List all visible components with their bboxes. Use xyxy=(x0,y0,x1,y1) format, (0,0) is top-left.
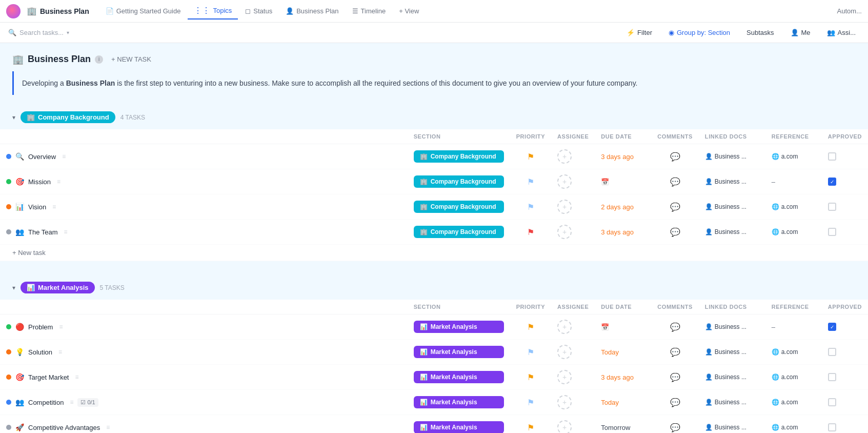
doc-icon: 📄 xyxy=(106,7,114,15)
menu-icon[interactable]: ≡ xyxy=(106,424,110,431)
assignee-avatar[interactable]: + xyxy=(557,149,572,164)
tab-add-view[interactable]: + View xyxy=(393,4,425,18)
me-button[interactable]: 👤 Me xyxy=(786,27,815,38)
tab-timeline[interactable]: ☰ Timeline xyxy=(346,4,392,18)
approved-checkbox[interactable]: ✓ xyxy=(828,323,836,331)
tab-topics[interactable]: ⋮⋮ Topics xyxy=(188,3,238,19)
assignee-avatar[interactable]: + xyxy=(557,200,572,214)
section-pill-icon: 🏢 xyxy=(420,203,428,210)
task-name-label[interactable]: Mission xyxy=(28,178,51,186)
approved-checkbox[interactable] xyxy=(828,423,836,431)
reference-link[interactable]: 🌐 a.com xyxy=(772,228,816,235)
section-header-market-analysis[interactable]: ▾ 📊 Market Analysis 5 TASKS xyxy=(0,275,868,300)
tab-getting-started[interactable]: 📄 Getting Started Guide xyxy=(99,4,187,18)
comment-icon[interactable]: 💬 xyxy=(670,152,680,161)
reference-dash: – xyxy=(772,323,775,331)
task-name-cell-overview: 🔍 Overview ≡ xyxy=(6,152,401,161)
project-icon: 🏢 xyxy=(27,6,37,16)
comment-icon[interactable]: 💬 xyxy=(670,348,680,357)
approved-checkbox[interactable]: ✓ xyxy=(828,178,836,186)
assignee-avatar[interactable]: + xyxy=(557,420,572,433)
new-task-button[interactable]: + NEW TASK xyxy=(107,53,155,65)
info-icon[interactable]: i xyxy=(95,55,103,64)
comment-icon[interactable]: 💬 xyxy=(670,203,680,211)
page-title: 🏢 Business Plan xyxy=(12,54,91,65)
filter-button[interactable]: ⚡ Filter xyxy=(622,27,656,38)
task-color-dot xyxy=(6,425,11,430)
reference-link[interactable]: 🌐 a.com xyxy=(772,424,816,431)
menu-icon[interactable]: ≡ xyxy=(62,153,66,160)
section-pill: 🏢 Company Background xyxy=(414,226,504,238)
task-name-label[interactable]: Overview xyxy=(28,153,56,161)
linked-doc[interactable]: 👤 Business ... xyxy=(705,203,759,210)
linked-doc[interactable]: 👤 Business ... xyxy=(705,228,759,235)
globe-icon: 🌐 xyxy=(772,348,779,356)
task-name-label[interactable]: Problem xyxy=(28,323,53,331)
comment-icon[interactable]: 💬 xyxy=(670,228,680,237)
group-by-button[interactable]: ◉ Group by: Section xyxy=(664,27,734,38)
task-name-label[interactable]: Target Market xyxy=(28,373,69,381)
task-name-label[interactable]: Competition xyxy=(28,399,64,406)
search-icon: 🔍 xyxy=(15,152,24,161)
reference-link[interactable]: 🌐 a.com xyxy=(772,153,816,160)
linked-doc[interactable]: 👤 Business ... xyxy=(705,178,759,185)
menu-icon[interactable]: ≡ xyxy=(70,399,73,406)
assignees-button[interactable]: 👥 Assi... xyxy=(823,27,860,38)
task-name-label[interactable]: Solution xyxy=(28,348,52,356)
task-name-label[interactable]: The Team xyxy=(28,228,58,236)
reference-link[interactable]: 🌐 a.com xyxy=(772,348,816,356)
col-header-task xyxy=(0,129,408,144)
comment-icon[interactable]: 💬 xyxy=(670,373,680,382)
linked-doc[interactable]: 👤 Business ... xyxy=(705,399,759,406)
approved-checkbox[interactable] xyxy=(828,228,836,236)
reference-link[interactable]: 🌐 a.com xyxy=(772,373,816,381)
doc-icon: 👤 xyxy=(705,153,713,160)
reference-link[interactable]: 🌐 a.com xyxy=(772,203,816,210)
subtask-badge[interactable]: ☑ 0/1 xyxy=(77,398,98,407)
approved-checkbox[interactable] xyxy=(828,398,836,406)
menu-icon[interactable]: ≡ xyxy=(75,373,78,381)
approved-checkbox[interactable] xyxy=(828,348,836,356)
tab-status[interactable]: ◻ Status xyxy=(239,4,278,18)
automate-label[interactable]: Autom... xyxy=(837,7,862,15)
linked-doc[interactable]: 👤 Business ... xyxy=(705,373,759,381)
menu-icon[interactable]: ≡ xyxy=(52,203,56,210)
tab-business-plan[interactable]: 👤 Business Plan xyxy=(279,4,345,18)
approved-checkbox[interactable] xyxy=(828,203,836,211)
assignee-avatar[interactable]: + xyxy=(557,225,572,239)
due-date: 2 days ago xyxy=(601,203,634,211)
menu-icon[interactable]: ≡ xyxy=(58,348,62,356)
task-name-label[interactable]: Competitive Advantages xyxy=(28,424,100,431)
linked-doc[interactable]: 👤 Business ... xyxy=(705,424,759,431)
assignee-avatar[interactable]: + xyxy=(557,174,572,189)
menu-icon[interactable]: ≡ xyxy=(59,323,63,330)
task-table-market-analysis: SECTION PRIORITY ASSIGNEE DUE DATE COMME… xyxy=(0,300,868,433)
menu-icon[interactable]: ≡ xyxy=(57,178,60,185)
linked-doc[interactable]: 👤 Business ... xyxy=(705,323,759,330)
comment-icon[interactable]: 💬 xyxy=(670,178,680,186)
assignee-avatar[interactable]: + xyxy=(557,345,572,359)
linked-doc[interactable]: 👤 Business ... xyxy=(705,153,759,160)
assignee-avatar[interactable]: + xyxy=(557,395,572,409)
table-row: 👥 Competition ≡ ☑ 0/1 📊 Market A xyxy=(0,390,868,415)
section-header-company-background[interactable]: ▾ 🏢 Company Background 4 TASKS xyxy=(0,105,868,129)
subtasks-button[interactable]: Subtasks xyxy=(742,27,778,38)
approved-checkbox[interactable] xyxy=(828,152,836,161)
comment-icon[interactable]: 💬 xyxy=(670,323,680,331)
menu-icon[interactable]: ≡ xyxy=(64,228,68,235)
linked-doc[interactable]: 👤 Business ... xyxy=(705,348,759,356)
comment-icon[interactable]: 💬 xyxy=(670,398,680,407)
assignee-avatar[interactable]: + xyxy=(557,320,572,334)
priority-flag-light: ⚑ xyxy=(527,398,534,407)
task-name-label[interactable]: Vision xyxy=(28,203,46,211)
col-header-comments: COMMENTS xyxy=(651,300,699,314)
section-divider xyxy=(0,269,868,275)
reference-link[interactable]: 🌐 a.com xyxy=(772,399,816,406)
priority-flag-red: ⚑ xyxy=(527,228,534,237)
approved-checkbox[interactable] xyxy=(828,373,836,381)
new-task-row[interactable]: + New task xyxy=(0,245,868,261)
assignee-avatar[interactable]: + xyxy=(557,370,572,384)
comment-icon[interactable]: 💬 xyxy=(670,423,680,432)
search-box[interactable]: 🔍 Search tasks... ▾ xyxy=(8,29,121,36)
col-header-task xyxy=(0,300,408,314)
